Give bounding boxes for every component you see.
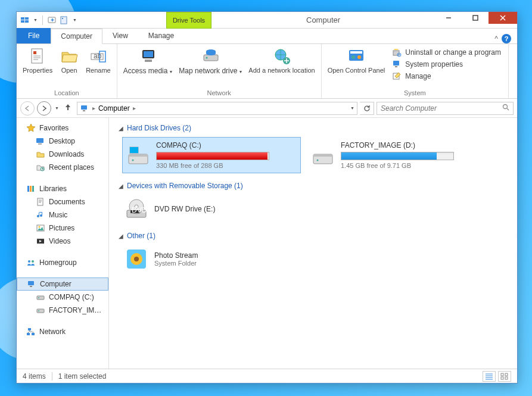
details-view-button[interactable] (483, 371, 496, 382)
statusbar: 4 items 1 item selected (17, 369, 517, 383)
svg-rect-46 (30, 286, 32, 287)
svg-point-23 (351, 55, 355, 59)
properties-button[interactable]: Properties (20, 45, 55, 76)
app-icon (20, 15, 30, 25)
computer-tree-icon (27, 279, 36, 289)
map-network-drive-button[interactable]: Map network drive▼ (176, 45, 245, 76)
system-properties-button[interactable]: System properties (392, 60, 501, 69)
dvd-drive-e[interactable]: DVD DVD RW Drive (E:) (122, 195, 301, 223)
search-box[interactable] (377, 102, 514, 115)
breadcrumb-current[interactable]: Computer (98, 104, 130, 113)
new-folder-icon[interactable] (48, 15, 57, 25)
drive-tools-contextual-tab[interactable]: Drive Tools (166, 12, 211, 29)
ribbon-group-label-network: Network (121, 88, 318, 98)
homegroup-icon (26, 258, 36, 267)
drive-compaq-c[interactable]: COMPAQ (C:) 330 MB free of 288 GB (122, 137, 301, 173)
svg-point-17 (206, 57, 207, 59)
tab-view[interactable]: View (102, 28, 138, 43)
help-icon[interactable]: ? (502, 34, 511, 43)
photo-stream-folder[interactable]: Photo StreamSystem Folder (122, 245, 301, 273)
ribbon-group-label-system: System (325, 88, 505, 98)
refresh-button[interactable] (360, 102, 374, 115)
svg-rect-7 (473, 15, 478, 20)
svg-rect-74 (505, 373, 508, 376)
open-control-panel-button[interactable]: Open Control Panel (325, 45, 388, 76)
sidebar-favorites[interactable]: Favorites (17, 121, 108, 135)
sidebar-item-videos[interactable]: Videos (17, 235, 108, 248)
ribbon-group-location: Properties Open ab Rename Location (17, 44, 117, 98)
svg-rect-30 (81, 105, 87, 110)
content-pane: ◢Hard Disk Drives (2) COMPAQ (C:) 330 MB… (109, 118, 517, 369)
nav-bar: ▼ ▸ Computer ▸ ▼ (17, 99, 517, 118)
add-network-location-button[interactable]: Add a network location (246, 45, 317, 76)
forward-button[interactable] (37, 101, 51, 116)
sidebar-item-drive-c[interactable]: COMPAQ (C:) (17, 291, 108, 304)
svg-rect-33 (36, 138, 43, 143)
group-removable-storage[interactable]: ◢Devices with Removable Storage (1) (119, 182, 508, 190)
ribbon-tabs: File Computer View Manage ^ ? (17, 29, 517, 44)
hdd-icon (311, 144, 335, 167)
sidebar-item-music[interactable]: Music (17, 208, 108, 222)
ribbon: Properties Open ab Rename Location Acces… (17, 44, 517, 99)
svg-point-64 (317, 159, 319, 161)
group-hard-disk-drives[interactable]: ◢Hard Disk Drives (2) (119, 124, 508, 132)
svg-rect-61 (134, 150, 138, 153)
pictures-icon (36, 223, 45, 233)
svg-rect-59 (134, 147, 138, 150)
star-icon (26, 123, 36, 133)
group-other[interactable]: ◢Other (1) (119, 232, 508, 240)
sidebar-item-pictures[interactable]: Pictures (17, 222, 108, 235)
properties-qat-icon[interactable] (60, 15, 69, 25)
access-media-button[interactable]: Access media▼ (121, 45, 176, 76)
svg-rect-5 (61, 17, 67, 24)
breadcrumb-dropdown[interactable]: ▼ (350, 106, 354, 110)
svg-rect-0 (21, 17, 24, 20)
dvd-icon: DVD (125, 197, 148, 221)
svg-rect-39 (38, 198, 43, 205)
ribbon-collapse-caret[interactable]: ^ (494, 35, 498, 43)
svg-rect-3 (25, 20, 29, 23)
rename-button[interactable]: ab Rename (83, 45, 113, 76)
qat-menu-caret[interactable]: ▼ (33, 18, 38, 22)
tab-computer[interactable]: Computer (51, 29, 102, 44)
svg-rect-47 (37, 296, 44, 300)
icons-view-button[interactable] (498, 371, 511, 382)
downloads-icon (36, 149, 45, 159)
hdd-icon (126, 144, 150, 167)
drive-factory-image-d[interactable]: FACTORY_IMAGE (D:) 1.45 GB free of 9.71 … (307, 137, 486, 173)
svg-rect-22 (350, 51, 362, 54)
close-button[interactable] (489, 12, 517, 24)
tab-manage[interactable]: Manage (138, 28, 184, 43)
uninstall-program-button[interactable]: Uninstall or change a program (392, 48, 501, 57)
svg-rect-38 (32, 186, 34, 192)
breadcrumb[interactable]: ▸ Computer ▸ ▼ (77, 102, 357, 115)
svg-rect-51 (28, 328, 31, 330)
up-button[interactable] (61, 103, 74, 113)
sidebar-network[interactable]: Network (17, 325, 108, 338)
sidebar-item-downloads[interactable]: Downloads (17, 148, 108, 161)
svg-rect-55 (129, 154, 148, 157)
sidebar-computer[interactable]: Computer (17, 277, 108, 291)
tab-file[interactable]: File (17, 28, 51, 43)
svg-rect-76 (505, 377, 508, 379)
explorer-window: ▼ ▼ Drive Tools Computer File Computer V… (16, 11, 518, 383)
sidebar-item-recent[interactable]: Recent places (17, 161, 108, 174)
sidebar-item-desktop[interactable]: Desktop (17, 135, 108, 148)
search-input[interactable] (381, 104, 502, 113)
history-dropdown[interactable]: ▼ (55, 106, 59, 110)
back-button[interactable] (20, 101, 35, 116)
maximize-button[interactable] (462, 12, 489, 24)
svg-point-50 (38, 310, 39, 311)
svg-point-44 (32, 260, 34, 263)
sidebar-homegroup[interactable]: Homegroup (17, 256, 108, 269)
svg-point-72 (134, 257, 139, 261)
qat-dropdown-caret[interactable]: ▼ (73, 18, 77, 22)
manage-button[interactable]: Manage (392, 71, 501, 81)
minimize-button[interactable] (435, 12, 462, 24)
svg-point-56 (132, 159, 134, 161)
sidebar-item-drive-d[interactable]: FACTORY_IMAGE (D:) (17, 304, 108, 317)
sidebar-libraries[interactable]: Libraries (17, 182, 108, 195)
sidebar-item-documents[interactable]: Documents (17, 195, 108, 208)
open-button[interactable]: Open (56, 45, 82, 76)
svg-point-43 (28, 260, 30, 263)
